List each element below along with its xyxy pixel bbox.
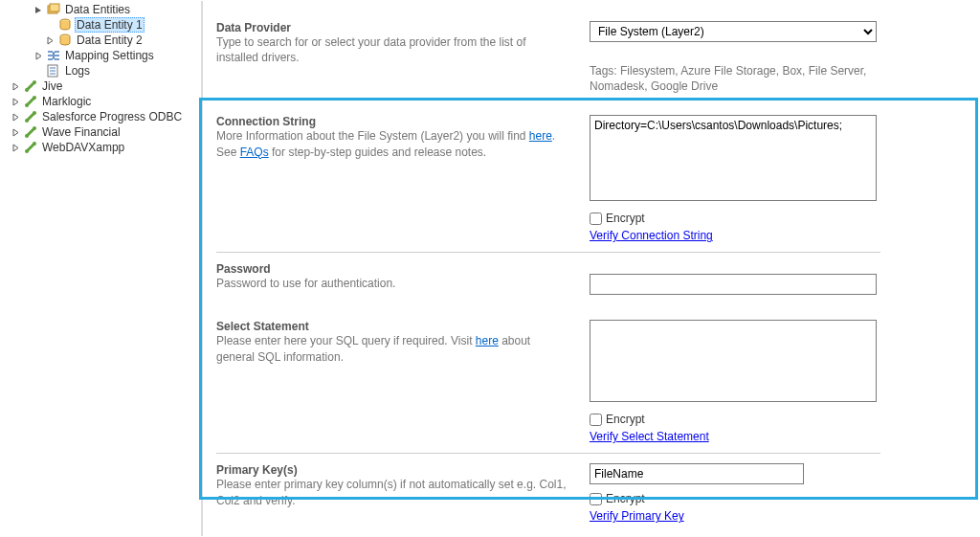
primary-key-input[interactable] <box>590 463 804 484</box>
data-provider-select[interactable]: File System (Layer2) <box>590 21 877 42</box>
connection-icon <box>23 109 38 124</box>
database-icon <box>57 17 73 33</box>
password-title: Password <box>216 262 570 276</box>
expand-icon[interactable] <box>11 82 23 91</box>
section-primary-key: Primary Key(s) Please enter primary key … <box>216 463 980 523</box>
expand-icon[interactable] <box>34 52 46 60</box>
verify-select-statement-link[interactable]: Verify Select Statement <box>590 430 709 443</box>
tree-label: Jive <box>40 79 64 93</box>
logs-icon <box>46 63 61 78</box>
tree-item-data-entity-2[interactable]: Data Entity 2 <box>0 33 201 48</box>
connection-string-desc: More Information about the File System (… <box>216 128 570 159</box>
select-statement-here-link[interactable]: here <box>476 334 499 347</box>
database-icon <box>57 33 73 48</box>
connection-string-input[interactable] <box>590 115 877 201</box>
expand-icon[interactable] <box>46 36 57 45</box>
tree-item-marklogic[interactable]: Marklogic <box>0 94 201 109</box>
select-statement-input[interactable] <box>590 320 877 402</box>
encrypt-label: Encrypt <box>606 413 645 426</box>
tree-label: Data Entity 1 <box>75 17 145 33</box>
tree-label: Wave Financial <box>40 125 122 139</box>
tree-label: Logs <box>63 64 92 78</box>
svg-point-6 <box>33 80 36 84</box>
collapse-icon[interactable] <box>34 6 46 14</box>
data-provider-title: Data Provider <box>216 21 570 34</box>
data-provider-desc: Type to search for or select your data p… <box>216 34 570 65</box>
encrypt-label: Encrypt <box>606 212 645 225</box>
tree-item-wave-financial[interactable]: Wave Financial <box>0 124 201 140</box>
svg-rect-1 <box>50 4 59 11</box>
select-statement-encrypt-checkbox[interactable] <box>590 414 602 426</box>
verify-connection-string-link[interactable]: Verify Connection String <box>590 229 713 242</box>
svg-point-8 <box>33 96 36 100</box>
select-statement-title: Select Statement <box>216 320 570 333</box>
connection-string-encrypt-checkbox[interactable] <box>590 213 602 225</box>
connection-icon <box>23 78 38 94</box>
tree-item-logs[interactable]: Logs <box>0 63 201 78</box>
svg-point-7 <box>25 103 29 107</box>
connection-string-faqs-link[interactable]: FAQs <box>240 145 269 159</box>
navigation-tree: Data Entities Data Entity 1 Data Entity … <box>0 0 201 537</box>
section-select-statement: Select Statement Please enter here your … <box>216 320 980 443</box>
tree-item-jive[interactable]: Jive <box>0 78 201 94</box>
svg-point-13 <box>25 149 29 153</box>
tree-item-data-entities[interactable]: Data Entities <box>0 2 201 17</box>
data-provider-tags: Tags: Filesystem, Azure File Storage, Bo… <box>590 63 877 94</box>
separator <box>216 453 880 454</box>
tree-item-webdav[interactable]: WebDAVXampp <box>0 140 201 155</box>
svg-point-12 <box>33 126 36 130</box>
expand-icon[interactable] <box>11 144 23 152</box>
svg-point-14 <box>33 142 36 145</box>
connection-icon <box>23 94 38 109</box>
section-password: Password Password to use for authenticat… <box>216 262 980 295</box>
folder-stack-icon <box>46 2 61 17</box>
svg-point-11 <box>25 134 29 138</box>
svg-point-5 <box>25 88 29 92</box>
expand-icon[interactable] <box>11 113 23 122</box>
password-desc: Password to use for authentication. <box>216 276 570 291</box>
connection-string-here-link[interactable]: here <box>529 129 552 143</box>
tree-label: Marklogic <box>40 95 93 108</box>
tree-item-salesforce[interactable]: Salesforce Progress ODBC <box>0 109 201 124</box>
primary-key-title: Primary Key(s) <box>216 463 570 477</box>
tree-item-data-entity-1[interactable]: Data Entity 1 <box>0 17 201 33</box>
select-statement-desc: Please enter here your SQL query if requ… <box>216 333 570 364</box>
tree-label: Data Entity 2 <box>75 34 145 47</box>
svg-point-10 <box>33 111 36 115</box>
tree-item-mapping-settings[interactable]: Mapping Settings <box>0 48 201 63</box>
main-panel: Data Provider Type to search for or sele… <box>203 0 980 537</box>
verify-primary-key-link[interactable]: Verify Primary Key <box>590 509 684 523</box>
svg-point-9 <box>25 119 29 123</box>
section-connection-string: Connection String More Information about… <box>216 115 980 242</box>
primary-key-encrypt-checkbox[interactable] <box>590 493 602 505</box>
tree-label: Mapping Settings <box>63 49 156 62</box>
connection-icon <box>23 124 38 140</box>
mapping-icon <box>46 48 61 63</box>
separator <box>216 252 880 253</box>
expand-icon[interactable] <box>11 98 23 106</box>
tree-label: WebDAVXampp <box>40 141 126 154</box>
expand-icon[interactable] <box>11 128 23 137</box>
primary-key-desc: Please enter primary key column(s) if no… <box>216 477 570 507</box>
tree-label: Data Entities <box>63 3 132 16</box>
encrypt-label: Encrypt <box>606 492 645 505</box>
connection-icon <box>23 140 38 155</box>
section-data-provider: Data Provider Type to search for or sele… <box>216 21 980 94</box>
password-input[interactable] <box>590 274 877 295</box>
connection-string-title: Connection String <box>216 115 570 128</box>
tree-label: Salesforce Progress ODBC <box>40 110 184 123</box>
